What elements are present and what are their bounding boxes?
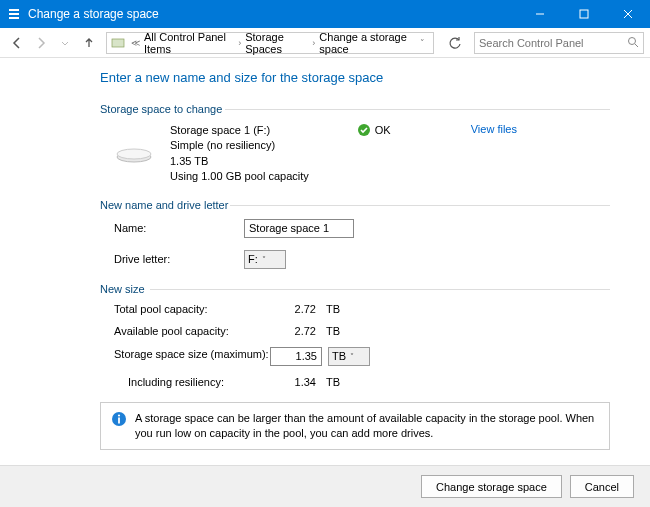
footer: Change storage space Cancel bbox=[0, 465, 650, 507]
svg-rect-4 bbox=[580, 10, 588, 18]
status: OK bbox=[357, 123, 391, 137]
space-usage: Using 1.00 GB pool capacity bbox=[170, 169, 309, 184]
breadcrumb-item[interactable]: Storage Spaces bbox=[245, 31, 308, 55]
status-text: OK bbox=[375, 124, 391, 136]
svg-rect-2 bbox=[9, 17, 19, 19]
available-capacity-value: 2.72 bbox=[270, 325, 326, 337]
svg-rect-7 bbox=[112, 39, 124, 47]
resiliency-value: 1.34 bbox=[270, 376, 326, 388]
svg-rect-1 bbox=[9, 13, 19, 15]
group-title: Storage space to change bbox=[100, 103, 610, 115]
space-resiliency: Simple (no resiliency) bbox=[170, 138, 309, 153]
window-title: Change a storage space bbox=[28, 7, 518, 21]
refresh-button[interactable] bbox=[444, 32, 466, 54]
chevron-right-icon: ≪ bbox=[131, 38, 140, 48]
info-icon bbox=[111, 411, 127, 427]
resiliency-label: Including resiliency: bbox=[128, 376, 270, 388]
total-capacity-value: 2.72 bbox=[270, 303, 326, 315]
name-label: Name: bbox=[114, 222, 244, 234]
drive-letter-select[interactable]: F:˅ bbox=[244, 250, 286, 269]
recent-dropdown-icon[interactable] bbox=[54, 32, 76, 54]
cancel-button[interactable]: Cancel bbox=[570, 475, 634, 498]
forward-button[interactable] bbox=[30, 32, 52, 54]
space-name: Storage space 1 (F:) bbox=[170, 123, 309, 138]
back-button[interactable] bbox=[6, 32, 28, 54]
breadcrumb-item[interactable]: Change a storage space bbox=[319, 31, 416, 55]
breadcrumb[interactable]: ≪ All Control Panel Items › Storage Spac… bbox=[106, 32, 434, 54]
svg-line-9 bbox=[635, 44, 638, 47]
resiliency-unit: TB bbox=[326, 376, 356, 388]
max-size-label: Storage space size (maximum): bbox=[114, 347, 270, 361]
group-storage-space-to-change: Storage space to change Storage space 1 … bbox=[100, 103, 610, 185]
svg-point-11 bbox=[117, 149, 151, 159]
maximize-button[interactable] bbox=[562, 0, 606, 28]
chevron-right-icon: › bbox=[312, 38, 315, 48]
svg-point-8 bbox=[629, 37, 636, 44]
svg-point-14 bbox=[118, 414, 120, 416]
svg-rect-15 bbox=[118, 417, 120, 423]
content-area: Enter a new name and size for the storag… bbox=[0, 58, 650, 450]
total-capacity-label: Total pool capacity: bbox=[114, 303, 270, 315]
ok-icon bbox=[357, 123, 371, 137]
available-capacity-unit: TB bbox=[326, 325, 356, 337]
app-icon bbox=[6, 6, 22, 22]
chevron-down-icon[interactable]: ˅ bbox=[420, 38, 425, 48]
minimize-button[interactable] bbox=[518, 0, 562, 28]
space-info: Storage space 1 (F:) Simple (no resilien… bbox=[170, 123, 309, 185]
available-capacity-label: Available pool capacity: bbox=[114, 325, 270, 337]
search-box[interactable] bbox=[474, 32, 644, 54]
chevron-down-icon: ˅ bbox=[350, 352, 354, 361]
max-size-unit-select[interactable]: TB˅ bbox=[328, 347, 370, 366]
drive-icon bbox=[114, 139, 154, 167]
chevron-down-icon: ˅ bbox=[262, 255, 266, 264]
page-heading: Enter a new name and size for the storag… bbox=[100, 70, 610, 85]
titlebar: Change a storage space bbox=[0, 0, 650, 28]
max-size-input[interactable] bbox=[270, 347, 322, 366]
space-size: 1.35 TB bbox=[170, 154, 309, 169]
group-new-name: New name and drive letter Name: Drive le… bbox=[100, 199, 610, 269]
name-input[interactable] bbox=[244, 219, 354, 238]
svg-rect-0 bbox=[9, 9, 19, 11]
search-input[interactable] bbox=[479, 37, 623, 49]
group-title: New size bbox=[100, 283, 610, 295]
search-icon bbox=[627, 36, 639, 50]
control-panel-icon bbox=[111, 35, 125, 51]
group-new-size: New size Total pool capacity: 2.72 TB Av… bbox=[100, 283, 610, 388]
breadcrumb-item[interactable]: All Control Panel Items bbox=[144, 31, 234, 55]
info-text: A storage space can be larger than the a… bbox=[135, 411, 599, 442]
chevron-right-icon: › bbox=[238, 38, 241, 48]
change-storage-space-button[interactable]: Change storage space bbox=[421, 475, 562, 498]
drive-letter-label: Drive letter: bbox=[114, 253, 244, 265]
navbar: ≪ All Control Panel Items › Storage Spac… bbox=[0, 28, 650, 58]
info-box: A storage space can be larger than the a… bbox=[100, 402, 610, 451]
total-capacity-unit: TB bbox=[326, 303, 356, 315]
up-button[interactable] bbox=[78, 32, 100, 54]
group-title: New name and drive letter bbox=[100, 199, 610, 211]
close-button[interactable] bbox=[606, 0, 650, 28]
view-files-link[interactable]: View files bbox=[471, 123, 517, 135]
